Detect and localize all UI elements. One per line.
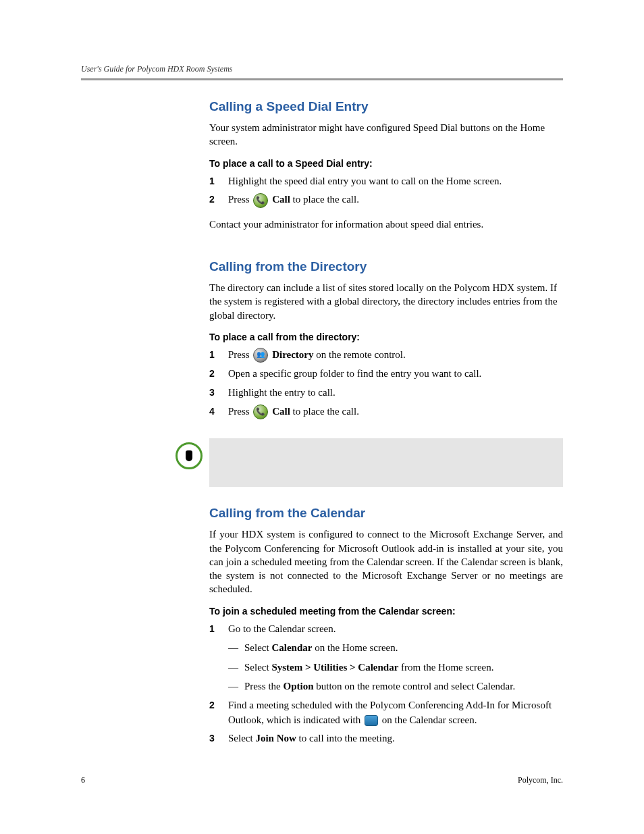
section-speed-dial: Calling a Speed Dial Entry Your system a…	[209, 99, 563, 231]
paragraph: If your HDX system is configured to conn…	[209, 527, 563, 596]
header-rule	[81, 78, 563, 80]
step-list: Go to the Calendar screen. Select Calend…	[209, 622, 563, 747]
step: Highlight the speed dial entry you want …	[209, 174, 563, 189]
note-icon	[176, 442, 203, 469]
text: button on the remote control and select …	[314, 681, 516, 692]
paragraph: Contact your administrator for informati…	[209, 217, 563, 231]
heading-calendar: Calling from the Calendar	[209, 506, 563, 521]
step: Press 📞 Call to place the call.	[209, 192, 563, 208]
heading-speed-dial: Calling a Speed Dial Entry	[209, 99, 563, 114]
text: Press	[228, 194, 252, 205]
paragraph: The directory can include a list of site…	[209, 281, 563, 322]
page: User's Guide for Polycom HDX Room System…	[0, 0, 644, 834]
step: Select Join Now to call into the meeting…	[209, 731, 563, 746]
text: Select	[244, 662, 271, 673]
step: Press 👥 Directory on the remote control.	[209, 348, 563, 363]
step: Find a meeting scheduled with the Polyco…	[209, 698, 563, 728]
label-calendar: Calendar	[271, 642, 312, 653]
step: Open a specific group folder to find the…	[209, 367, 563, 382]
company-name: Polycom, Inc.	[518, 775, 563, 785]
text: Press	[228, 406, 252, 417]
procedure-title: To join a scheduled meeting from the Cal…	[209, 606, 563, 617]
step: Go to the Calendar screen. Select Calend…	[209, 622, 563, 694]
text: from the Home screen.	[398, 662, 493, 673]
sub-step: Press the Option button on the remote co…	[228, 679, 563, 694]
step: Press 📞 Call to place the call.	[209, 405, 563, 420]
text: Go to the Calendar screen.	[228, 623, 336, 634]
note-body	[209, 438, 563, 487]
label-directory: Directory	[272, 349, 313, 360]
text: on the Home screen.	[312, 642, 398, 653]
text: Select	[228, 733, 255, 744]
heading-directory: Calling from the Directory	[209, 259, 563, 274]
note-block	[176, 438, 563, 487]
text: to call into the meeting.	[296, 733, 395, 744]
sub-step: Select Calendar on the Home screen.	[228, 640, 563, 656]
label-join-now: Join Now	[255, 733, 296, 744]
footer: 6 Polycom, Inc.	[81, 775, 563, 785]
section-directory: Calling from the Directory The directory…	[209, 259, 563, 419]
paragraph: Your system administrator might have con…	[209, 121, 563, 149]
text: on the remote control.	[316, 349, 405, 360]
text: Select	[244, 642, 271, 653]
step-list: Press 👥 Directory on the remote control.…	[209, 348, 563, 420]
procedure-title: To place a call to a Speed Dial entry:	[209, 158, 563, 169]
procedure-title: To place a call from the directory:	[209, 332, 563, 342]
label-nav-path: System > Utilities > Calendar	[271, 662, 398, 673]
call-icon: 📞	[253, 405, 268, 419]
call-icon: 📞	[253, 193, 268, 208]
text: to place the call.	[293, 194, 359, 205]
label-call: Call	[272, 194, 290, 205]
text: to place the call.	[293, 406, 359, 417]
meeting-indicator-icon	[365, 715, 378, 726]
text: Press	[228, 349, 252, 360]
text: Press the	[244, 681, 284, 692]
label-option: Option	[284, 681, 314, 692]
text: on the Calendar screen.	[382, 714, 477, 725]
step: Highlight the entry to call.	[209, 386, 563, 400]
step-list: Highlight the speed dial entry you want …	[209, 174, 563, 208]
label-call: Call	[272, 406, 290, 417]
sub-list: Select Calendar on the Home screen. Sele…	[228, 640, 563, 694]
running-header: User's Guide for Polycom HDX Room System…	[81, 64, 563, 74]
note-icon-column	[176, 438, 209, 469]
sub-step: Select System > Utilities > Calendar fro…	[228, 660, 563, 675]
directory-icon: 👥	[253, 348, 268, 363]
section-calendar: Calling from the Calendar If your HDX sy…	[209, 506, 563, 746]
page-number: 6	[81, 775, 85, 785]
